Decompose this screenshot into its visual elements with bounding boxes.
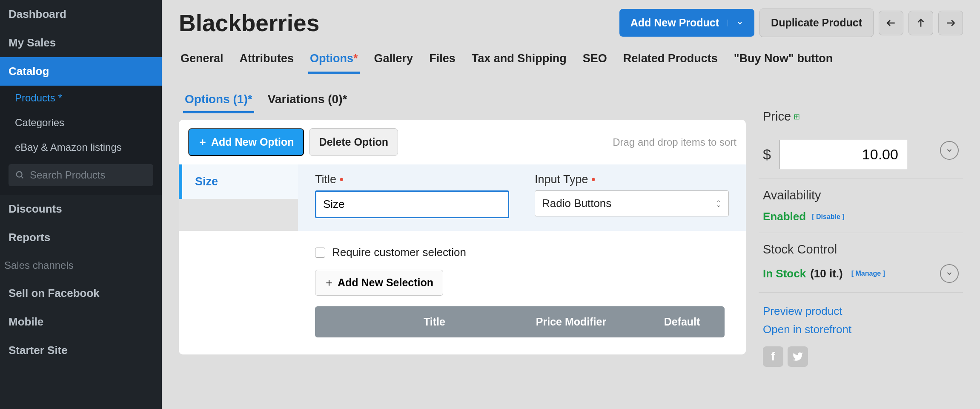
- inputtype-value: Radio Buttons: [542, 197, 611, 210]
- header: Blackberries Add New Product Duplicate P…: [162, 0, 980, 46]
- sidebar-sub-categories[interactable]: Categories: [0, 110, 162, 135]
- plus-badge-icon: ⊞: [794, 112, 800, 121]
- delete-option-button[interactable]: Delete Option: [309, 128, 398, 156]
- selection-table: Title Price Modifier Default: [315, 306, 725, 337]
- require-label: Require customer selection: [332, 246, 466, 259]
- tab-files[interactable]: Files: [427, 46, 457, 74]
- selection-table-header: Title Price Modifier Default: [315, 306, 725, 337]
- tab-seo[interactable]: SEO: [581, 46, 609, 74]
- option-inputtype-select[interactable]: Radio Buttons: [535, 190, 729, 216]
- select-chevron-icon: [716, 200, 722, 207]
- tab-buynow[interactable]: "Buy Now" button: [732, 46, 835, 74]
- up-button[interactable]: [908, 11, 933, 35]
- add-new-option-button[interactable]: Add New Option: [188, 128, 304, 156]
- facebook-icon[interactable]: f: [763, 346, 783, 367]
- main-area: Blackberries Add New Product Duplicate P…: [162, 0, 980, 409]
- svg-point-0: [17, 172, 22, 177]
- product-tabs: General Attributes Options* Gallery File…: [162, 46, 980, 75]
- tab-gallery[interactable]: Gallery: [373, 46, 415, 74]
- options-subtabs: Options (1)* Variations (0)*: [179, 87, 746, 120]
- aside-panel: Price⊞ $ Availability: [759, 87, 963, 396]
- stock-status: In Stock: [763, 267, 806, 280]
- price-label: Price⊞: [763, 109, 959, 124]
- disable-link[interactable]: [ Disable ]: [812, 213, 844, 221]
- sidebar-sub-ebay-amazon[interactable]: eBay & Amazon listings: [0, 135, 162, 160]
- twitter-icon[interactable]: [788, 346, 808, 367]
- price-expand-button[interactable]: [940, 141, 959, 160]
- sidebar-catalog-subgroup: Products * Categories eBay & Amazon list…: [0, 86, 162, 195]
- back-button[interactable]: [879, 11, 903, 35]
- option-form: Title • Input Type • Radio Buttons: [298, 164, 746, 231]
- stock-label: Stock Control: [763, 242, 959, 256]
- col-title: Title: [366, 306, 503, 337]
- tab-options[interactable]: Options*: [308, 46, 360, 74]
- require-checkbox[interactable]: [315, 248, 325, 258]
- option-tab-label: Size: [195, 175, 218, 188]
- header-actions: Add New Product Duplicate Product: [619, 9, 963, 37]
- search-icon: [15, 170, 25, 180]
- add-new-selection-button[interactable]: Add New Selection: [315, 270, 443, 296]
- currency-symbol: $: [763, 146, 771, 163]
- availability-label: Availability: [763, 188, 959, 202]
- stock-count: (10 it.): [810, 267, 843, 280]
- col-default: Default: [639, 306, 725, 337]
- manage-stock-link[interactable]: [ Manage ]: [851, 270, 885, 277]
- sidebar-item-mobile[interactable]: Mobile: [0, 308, 162, 336]
- sidebar-item-mysales[interactable]: My Sales: [0, 29, 162, 57]
- sidebar-item-dashboard[interactable]: Dashboard: [0, 0, 162, 29]
- forward-button[interactable]: [938, 11, 963, 35]
- drag-hint: Drag and drop items to sort: [613, 136, 736, 148]
- add-new-product-button[interactable]: Add New Product: [619, 9, 754, 37]
- sidebar-item-reports[interactable]: Reports: [0, 223, 162, 252]
- sidebar: Dashboard My Sales Catalog Products * Ca…: [0, 0, 162, 409]
- sidebar-channels-label: Sales channels: [0, 252, 162, 279]
- require-selection-row[interactable]: Require customer selection: [315, 239, 725, 270]
- option-title-input[interactable]: [315, 190, 509, 218]
- sidebar-item-facebook[interactable]: Sell on Facebook: [0, 279, 162, 308]
- tab-attributes[interactable]: Attributes: [238, 46, 296, 74]
- svg-line-1: [21, 176, 23, 179]
- sidebar-sub-products[interactable]: Products *: [0, 86, 162, 110]
- tab-tax-shipping[interactable]: Tax and Shipping: [470, 46, 568, 74]
- search-placeholder: Search Products: [30, 169, 105, 181]
- col-price-modifier: Price Modifier: [503, 306, 639, 337]
- options-toolbar: Add New Option Delete Option Drag and dr…: [179, 120, 746, 164]
- option-settings: Require customer selection Add New Selec…: [179, 231, 746, 354]
- options-panel: Add New Option Delete Option Drag and dr…: [179, 120, 746, 354]
- content-main: Options (1)* Variations (0)* Add New Opt…: [179, 87, 746, 396]
- price-input[interactable]: [779, 140, 907, 169]
- preview-product-link[interactable]: Preview product: [763, 302, 959, 320]
- option-tab-size[interactable]: Size: [179, 164, 298, 199]
- chevron-down-icon: [728, 20, 743, 26]
- plus-icon: [198, 138, 207, 147]
- plus-icon: [325, 279, 333, 287]
- add-option-label: Add New Option: [211, 136, 294, 148]
- sidebar-item-discounts[interactable]: Discounts: [0, 195, 162, 223]
- tab-related[interactable]: Related Products: [622, 46, 719, 74]
- sidebar-item-starter-site[interactable]: Starter Site: [0, 336, 162, 365]
- option-editor-row: Size Title • Input Type: [179, 164, 746, 231]
- inputtype-label: Input Type •: [535, 173, 729, 186]
- tab-general[interactable]: General: [179, 46, 225, 74]
- title-label: Title •: [315, 173, 509, 186]
- page-title: Blackberries: [179, 9, 319, 37]
- duplicate-product-button[interactable]: Duplicate Product: [759, 9, 874, 37]
- add-new-product-label: Add New Product: [630, 17, 719, 29]
- open-storefront-link[interactable]: Open in storefront: [763, 320, 959, 339]
- subtab-variations[interactable]: Variations (0)*: [266, 87, 349, 113]
- add-selection-label: Add New Selection: [338, 277, 433, 289]
- availability-status: Enabled: [763, 210, 806, 223]
- subtab-options[interactable]: Options (1)*: [183, 87, 254, 113]
- stock-expand-button[interactable]: [940, 264, 959, 283]
- sidebar-search[interactable]: Search Products: [9, 164, 153, 186]
- sidebar-item-catalog[interactable]: Catalog: [0, 57, 162, 86]
